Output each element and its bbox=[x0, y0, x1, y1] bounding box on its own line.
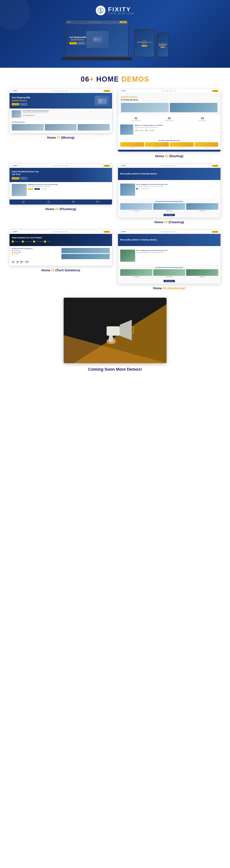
home6-nav: 🔧 FIXITY HomeServicesAboutContact Get Qu… bbox=[118, 230, 221, 234]
home1-learn-btn[interactable]: Learn More bbox=[12, 103, 19, 105]
home5-feature-3-dot bbox=[12, 253, 13, 254]
tablet-screen-content: FIXITY Fast Shipping With Quality Servic… bbox=[136, 40, 153, 46]
demos-word: DEMOS bbox=[121, 75, 149, 83]
home1-nav-links: HomeServicesAboutContact bbox=[53, 90, 68, 92]
home2-preview: 🔧 FIXITY HomeServicesAboutContact Get Qu… bbox=[118, 89, 221, 152]
phone-mockup: FIXITY Fast Shipping With Quality Servic… bbox=[157, 33, 169, 57]
home2-worker-2-avatar bbox=[145, 129, 148, 132]
home3-nav-logo: 🔧 FIXITY bbox=[11, 165, 17, 166]
home3-learn-btn[interactable]: Learn More bbox=[12, 177, 19, 180]
home4-view-all-btn[interactable]: View All Services bbox=[163, 214, 175, 216]
home2-nav-btn[interactable]: Get Quote bbox=[212, 90, 219, 92]
home4-services: We provide the best home cleaning servic… bbox=[118, 199, 221, 218]
laptop-get-btn[interactable]: Get Started bbox=[77, 42, 85, 44]
home6-service-1: House Cleaning bbox=[120, 269, 152, 277]
home1-nav-btn[interactable]: Get Quote bbox=[104, 90, 110, 92]
home3-preview: 🔧 FIXITY HomeServicesAboutContact Get Qu… bbox=[9, 164, 112, 205]
demos-section-title: 06+ HOME DEMOS bbox=[0, 68, 230, 89]
header-banner: FIXITY FIXED WITH LOVE FIXITY Home Servi… bbox=[0, 0, 230, 68]
home3-label: Home 03 (Plumbing) bbox=[45, 207, 76, 211]
home6-label: Home 06 (Gardening) bbox=[153, 286, 185, 290]
home6-service-2: Exterior Cleaning bbox=[153, 269, 185, 277]
svg-rect-10 bbox=[107, 326, 120, 336]
laptop-nav-logo: FIXITY bbox=[67, 22, 71, 23]
home5-nav: 🔧 FIXITY HomeServicesAboutContact Get Qu… bbox=[9, 230, 112, 234]
coming-soon-preview bbox=[64, 298, 166, 363]
home2-hero-images bbox=[121, 103, 218, 112]
home1-nav-logo: 🔧 FIXITY bbox=[11, 90, 17, 92]
home4-service-2-img bbox=[153, 203, 185, 210]
home5-stat-4: 170+ Offices bbox=[25, 261, 29, 264]
home3-stat-4: 170+ Office bbox=[95, 200, 99, 204]
home2-step-1: Plan the Roofing bbox=[120, 142, 144, 148]
home3-hero: Expert Plumbing Services You Can Trust L… bbox=[9, 168, 112, 182]
home6-service-3: Office Cleaning bbox=[186, 269, 218, 277]
home6-nav-logo: 🔧 FIXITY bbox=[120, 231, 126, 232]
svg-marker-11 bbox=[120, 320, 132, 340]
demo-card-home2: 🔧 FIXITY HomeServicesAboutContact Get Qu… bbox=[118, 89, 221, 158]
home2-nav-logo: 🔧 FIXITY bbox=[120, 90, 126, 92]
home1-hero: Fast Shipping With Quality Service. Lear… bbox=[9, 93, 112, 108]
home1-service-3 bbox=[78, 124, 110, 131]
home6-nav-btn[interactable]: Get Quote bbox=[212, 231, 219, 233]
home3-stat-3: 35+ People bbox=[72, 200, 75, 204]
home1-contact-btn[interactable]: Contact Us bbox=[20, 103, 27, 105]
home5-preview: 🔧 FIXITY HomeServicesAboutContact Get Qu… bbox=[9, 230, 112, 266]
home5-nav-btn[interactable]: Get Quote bbox=[104, 231, 110, 233]
home4-quality-badge: 12k bbox=[136, 188, 140, 190]
home3-badge-3 bbox=[41, 188, 47, 190]
home6-services: We provide the best home cleaning servic… bbox=[118, 265, 221, 284]
laptop-nav-links: Home Services About Contact bbox=[89, 22, 101, 23]
home2-footer-bar bbox=[118, 150, 221, 152]
brand-logo: FIXITY FIXED WITH LOVE bbox=[11, 6, 219, 16]
coming-soon-text-section: Coming Soon More Demos! bbox=[88, 363, 142, 375]
home6-view-all-btn[interactable]: View All Services bbox=[163, 280, 175, 282]
home2-img-2 bbox=[170, 103, 218, 112]
home5-images bbox=[62, 248, 110, 259]
home4-service-3-img bbox=[186, 203, 218, 210]
home1-hero-title: Fast Shipping With Quality Service. bbox=[12, 96, 30, 102]
home2-process: Our Step by Step Working Process Plan th… bbox=[118, 138, 221, 150]
home1-service-2-icon bbox=[45, 124, 77, 131]
home1-author-name: Kathryn Owens bbox=[26, 115, 34, 116]
home2-step-2: Schedule Estimate bbox=[145, 142, 169, 148]
home3-nav-btn[interactable]: Get Quote bbox=[104, 165, 110, 167]
home1-author-avatar bbox=[23, 114, 25, 117]
home3-feature-image bbox=[12, 184, 27, 196]
home5-icon-4: Low Price bbox=[44, 241, 51, 243]
home6-content: We are bringing your house and office ba… bbox=[118, 246, 221, 265]
home3-stat-1: 10+ Projects bbox=[22, 200, 25, 204]
home1-label: Home 01 (Moving) bbox=[47, 136, 74, 140]
home5-nav-links: HomeServicesAboutContact bbox=[53, 231, 68, 232]
home4-bringing-image bbox=[120, 184, 135, 196]
brand-name: FIXITY bbox=[108, 6, 135, 12]
home5-img-2 bbox=[62, 254, 110, 259]
home5-content: We have 25+ years of experience! Best Te… bbox=[9, 246, 112, 266]
home4-hero: Best quality solution in cleaning indust… bbox=[118, 168, 221, 180]
home1-hero-text: Fast Shipping With Quality Service. Lear… bbox=[12, 96, 30, 105]
home4-preview: 🔧 FIXITY HomeServicesAboutContact Get Qu… bbox=[118, 164, 221, 218]
home4-quality-label: 12k bbox=[138, 188, 140, 189]
home4-quality-dot bbox=[136, 188, 138, 190]
home2-img-1 bbox=[121, 103, 169, 112]
home4-bringing: We are bringing your house and office ba… bbox=[120, 182, 218, 197]
demo-card-home1: 🔧 FIXITY HomeServicesAboutContact Get Qu… bbox=[9, 89, 112, 158]
home2-nav: 🔧 FIXITY HomeServicesAboutContact Get Qu… bbox=[118, 89, 221, 93]
laptop-nav-btn[interactable]: Get Quote bbox=[120, 21, 126, 23]
home1-services: Our Main Services bbox=[9, 119, 112, 133]
home4-service-2: Exterior Cleaning bbox=[153, 203, 185, 211]
home6-bringing: We are bringing your house and office ba… bbox=[120, 248, 218, 263]
demo-grid: 🔧 FIXITY HomeServicesAboutContact Get Qu… bbox=[0, 89, 230, 298]
home3-contact-btn[interactable]: Contact Us bbox=[20, 177, 27, 180]
laptop-learn-btn[interactable]: Learn More bbox=[70, 42, 77, 44]
demo-card-home4: 🔧 FIXITY HomeServicesAboutContact Get Qu… bbox=[118, 164, 221, 224]
home5-icon-2: Professional Team bbox=[22, 241, 32, 243]
home3-feature-row: Repairing Your House for Looks as a New … bbox=[12, 184, 110, 196]
home5-hero-icons: Quality Service Professional Team On Tim… bbox=[12, 241, 110, 243]
home1-preview: 🔧 FIXITY HomeServicesAboutContact Get Qu… bbox=[9, 89, 112, 133]
home5-stat-2: 5k Clients bbox=[16, 261, 19, 264]
brand-text: FIXITY FIXED WITH LOVE bbox=[108, 6, 135, 14]
home6-preview: 🔧 FIXITY HomeServicesAboutContact Get Qu… bbox=[118, 230, 221, 284]
home6-service-1-img bbox=[120, 269, 152, 276]
home4-nav-btn[interactable]: Get Quote bbox=[212, 165, 219, 167]
